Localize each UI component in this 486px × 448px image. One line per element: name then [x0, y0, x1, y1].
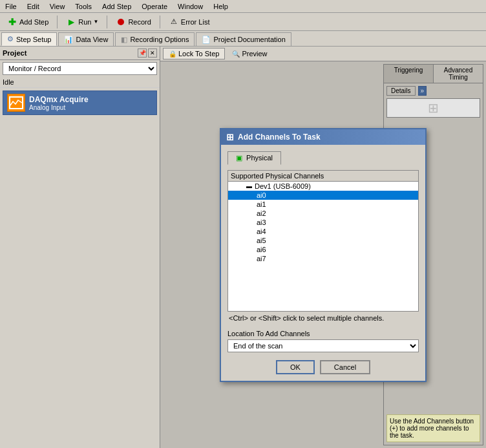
- data-view-icon: 📊: [64, 36, 73, 44]
- record-button[interactable]: Record: [111, 15, 155, 29]
- dialog-title-icon: ⊞: [226, 132, 234, 142]
- toolbar-sep-3: [160, 16, 160, 28]
- menu-file[interactable]: File: [3, 2, 19, 11]
- menu-window[interactable]: Window: [175, 2, 206, 11]
- channel-item-ai3[interactable]: ai3: [228, 218, 418, 227]
- right-panel: 🔒 Lock To Step 🔍 Preview Triggering: [160, 47, 486, 448]
- step-setup-icon: ⚙: [7, 35, 14, 43]
- ai5-label: ai5: [257, 237, 266, 244]
- status-bar: Idle: [0, 77, 160, 88]
- run-dropdown-icon[interactable]: ▼: [93, 19, 98, 25]
- run-icon: ▶: [66, 17, 76, 27]
- tab-lock-to-step[interactable]: 🔒 Lock To Step: [163, 48, 225, 59]
- step-content: Triggering Advanced Timing Details »: [160, 61, 486, 448]
- run-label: Run: [78, 18, 91, 26]
- ai7-label: ai7: [257, 255, 266, 262]
- error-list-button[interactable]: ⚠ Error List: [164, 15, 215, 29]
- menu-tools[interactable]: Tools: [72, 2, 94, 11]
- channel-device-header[interactable]: ▬ Dev1 (USB-6009): [228, 182, 418, 191]
- tab-data-view-label: Data View: [76, 36, 108, 43]
- tab-data-view[interactable]: 📊 Data View: [58, 32, 114, 46]
- tab-recording-options-label: Recording Options: [130, 36, 189, 43]
- dialog-tab-physical-label: Physical: [246, 154, 273, 162]
- tab-recording-options[interactable]: ◧ Recording Options: [115, 32, 195, 46]
- channel-item-ai1[interactable]: ai1: [228, 200, 418, 209]
- channel-item-ai6[interactable]: ai6: [228, 245, 418, 254]
- tree-collapse-icon[interactable]: ▬: [246, 183, 252, 189]
- project-doc-icon: 📄: [202, 36, 211, 44]
- menu-help[interactable]: Help: [211, 2, 231, 11]
- ai2-label: ai2: [257, 209, 266, 217]
- tab-project-documentation[interactable]: 📄 Project Documentation: [196, 32, 291, 46]
- channel-item-ai2[interactable]: ai2: [228, 209, 418, 218]
- ai6-label: ai6: [257, 246, 266, 253]
- monitor-dropdown-row: Monitor / Record: [3, 62, 157, 75]
- main-tab-bar: ⚙ Step Setup 📊 Data View ◧ Recording Opt…: [0, 31, 486, 47]
- step-item-icon: [7, 94, 25, 112]
- project-title: Project: [3, 49, 26, 57]
- ok-label: OK: [290, 363, 301, 371]
- modal-overlay: ⊞ Add Channels To Task ▣ Physical: [160, 61, 486, 448]
- record-icon: [116, 17, 126, 27]
- tab-step-setup-label: Step Setup: [16, 36, 51, 43]
- channel-item-ai4[interactable]: ai4: [228, 227, 418, 236]
- device-label: Dev1 (USB-6009): [255, 182, 311, 190]
- location-dropdown-row: End of the scan Beginning of the scan: [227, 339, 419, 352]
- menu-view[interactable]: View: [47, 2, 68, 11]
- preview-label: Preview: [242, 50, 267, 58]
- cancel-label: Cancel: [334, 363, 356, 371]
- channel-section: Supported Physical Channels ▬ Dev1 (USB-…: [227, 170, 419, 312]
- project-pin-button[interactable]: 📌: [138, 48, 147, 58]
- channel-item-ai5[interactable]: ai5: [228, 236, 418, 245]
- physical-icon: ▣: [236, 154, 242, 162]
- dialog-ok-button[interactable]: OK: [276, 360, 315, 374]
- channel-hint: <Ctrl> or <Shift> click to select multip…: [227, 312, 419, 325]
- add-step-icon: ✚: [7, 17, 17, 27]
- dialog-title-bar: ⊞ Add Channels To Task: [221, 129, 425, 145]
- menu-add-step[interactable]: Add Step: [100, 2, 134, 11]
- tab-project-doc-label: Project Documentation: [213, 36, 285, 43]
- step-item-text: DAQmx Acquire Analog Input: [29, 95, 89, 111]
- project-controls: 📌 ✕: [138, 48, 157, 58]
- project-header: Project 📌 ✕: [0, 47, 160, 60]
- second-tab-bar: 🔒 Lock To Step 🔍 Preview: [160, 47, 486, 61]
- lock-to-step-label: Lock To Step: [178, 50, 219, 58]
- error-list-label: Error List: [181, 18, 210, 26]
- tab-step-setup[interactable]: ⚙ Step Setup: [1, 32, 57, 46]
- channel-item-ai7[interactable]: ai7: [228, 254, 418, 263]
- step-subtitle: Analog Input: [29, 104, 89, 111]
- dialog-tab-physical[interactable]: ▣ Physical: [227, 151, 281, 165]
- project-close-button[interactable]: ✕: [148, 48, 157, 58]
- location-label-text: Location To Add Channels: [227, 330, 310, 337]
- tab-preview[interactable]: 🔍 Preview: [226, 48, 273, 59]
- menu-operate[interactable]: Operate: [139, 2, 170, 11]
- location-select[interactable]: End of the scan Beginning of the scan: [227, 339, 419, 352]
- status-text: Idle: [3, 78, 14, 86]
- dialog-title-text: Add Channels To Task: [238, 133, 321, 142]
- location-label: Location To Add Channels: [227, 330, 419, 337]
- channel-list[interactable]: ▬ Dev1 (USB-6009) ai0: [228, 182, 418, 311]
- add-channels-dialog: ⊞ Add Channels To Task ▣ Physical: [220, 128, 427, 382]
- channel-section-label: Supported Physical Channels: [228, 171, 418, 182]
- toolbar-sep-2: [107, 16, 107, 28]
- recording-options-icon: ◧: [121, 36, 127, 44]
- step-list: DAQmx Acquire Analog Input: [0, 88, 160, 448]
- content-area: Project 📌 ✕ Monitor / Record Idle: [0, 47, 486, 448]
- menu-bar: File Edit View Tools Add Step Operate Wi…: [0, 0, 486, 13]
- menu-edit[interactable]: Edit: [25, 2, 42, 11]
- left-panel: Project 📌 ✕ Monitor / Record Idle: [0, 47, 160, 448]
- dialog-cancel-button[interactable]: Cancel: [320, 360, 370, 374]
- add-step-button[interactable]: ✚ Add Step: [3, 15, 53, 29]
- dialog-buttons: OK Cancel: [227, 360, 419, 374]
- supported-channels-label: Supported Physical Channels: [231, 172, 324, 180]
- channel-item-ai0[interactable]: ai0: [228, 191, 418, 200]
- step-item-daqmx[interactable]: DAQmx Acquire Analog Input: [3, 91, 157, 115]
- add-step-label: Add Step: [19, 18, 48, 26]
- monitor-select[interactable]: Monitor / Record: [3, 62, 157, 75]
- location-section: Location To Add Channels End of the scan…: [227, 330, 419, 352]
- main-toolbar: ✚ Add Step ▶ Run ▼ Record ⚠ Error List: [0, 13, 486, 31]
- error-list-icon: ⚠: [169, 17, 179, 27]
- channel-hint-text: <Ctrl> or <Shift> click to select multip…: [229, 314, 384, 322]
- ai1-label: ai1: [257, 200, 266, 208]
- run-button[interactable]: ▶ Run ▼: [61, 15, 103, 29]
